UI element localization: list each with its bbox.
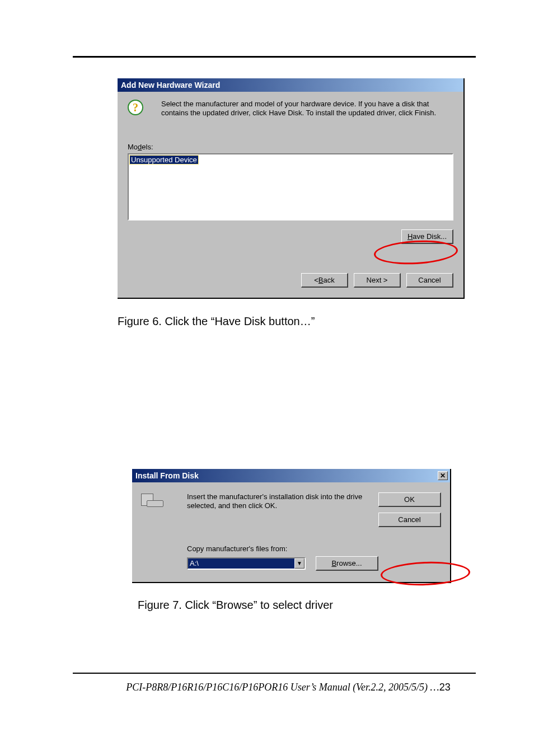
back-button[interactable]: < Back	[301, 273, 348, 288]
have-disk-accel: H	[407, 232, 413, 241]
question-icon	[128, 100, 143, 115]
back-accel: B	[318, 276, 324, 284]
drive-combobox-value: A:\	[188, 558, 294, 569]
page-top-rule	[73, 56, 476, 58]
have-disk-label: ave Disk...	[413, 232, 447, 241]
models-listbox[interactable]: Unsupported Device	[128, 153, 453, 220]
list-item[interactable]: Unsupported Device	[130, 156, 198, 164]
figure-6-caption: Figure 6. Click the “Have Disk button…”	[118, 315, 315, 328]
dialog1-titlebar: Add New Hardware Wizard	[118, 78, 463, 92]
page-footer: PCI-P8R8/P16R16/P16C16/P16POR16 User’s M…	[101, 682, 476, 693]
browse-rest: rowse...	[336, 559, 362, 567]
ok-button[interactable]: OK	[378, 492, 441, 507]
cancel-button[interactable]: Cancel	[406, 273, 453, 288]
close-icon[interactable]: ✕	[438, 471, 448, 480]
cancel-button-2[interactable]: Cancel	[378, 513, 441, 527]
dialog2-titlebar: Install From Disk ✕	[132, 469, 450, 482]
models-label-pre: Mo	[128, 143, 138, 151]
ok-label: OK	[404, 495, 415, 504]
dialog2-title: Install From Disk	[135, 471, 199, 480]
models-label-post: els:	[142, 143, 153, 151]
add-hardware-wizard-dialog: Add New Hardware Wizard Select the manuf…	[118, 78, 465, 299]
models-label: Models:	[128, 143, 453, 151]
footer-text: PCI-P8R8/P16R16/P16C16/P16POR16 User’s M…	[126, 682, 439, 693]
browse-accel: B	[331, 559, 336, 567]
page-bottom-rule	[73, 673, 476, 674]
next-button[interactable]: Next >	[354, 273, 401, 288]
cancel-label: Cancel	[418, 276, 441, 284]
page-number: 23	[439, 682, 451, 693]
have-disk-button[interactable]: Have Disk...	[401, 229, 453, 244]
install-from-disk-dialog: Install From Disk ✕ Insert the manufactu…	[132, 469, 451, 583]
cancel-label-2: Cancel	[398, 515, 420, 524]
next-label: Next >	[367, 276, 388, 284]
dialog1-title: Add New Hardware Wizard	[121, 81, 220, 90]
figure-7-caption: Figure 7. Click “Browse” to select drive…	[138, 599, 333, 612]
dialog2-intro-text: Insert the manufacturer's installation d…	[187, 492, 372, 511]
browse-button[interactable]: Browse...	[316, 556, 378, 571]
dialog1-intro-text: Select the manufacturer and model of you…	[161, 100, 453, 118]
chevron-down-icon[interactable]: ▼	[294, 558, 305, 569]
back-lt: <	[314, 276, 318, 284]
drive-combobox[interactable]: A:\ ▼	[187, 557, 306, 570]
back-rest: ack	[324, 276, 335, 284]
copy-from-label: Copy manufacturer's files from:	[187, 544, 378, 553]
disk-drive-icon	[141, 494, 163, 507]
